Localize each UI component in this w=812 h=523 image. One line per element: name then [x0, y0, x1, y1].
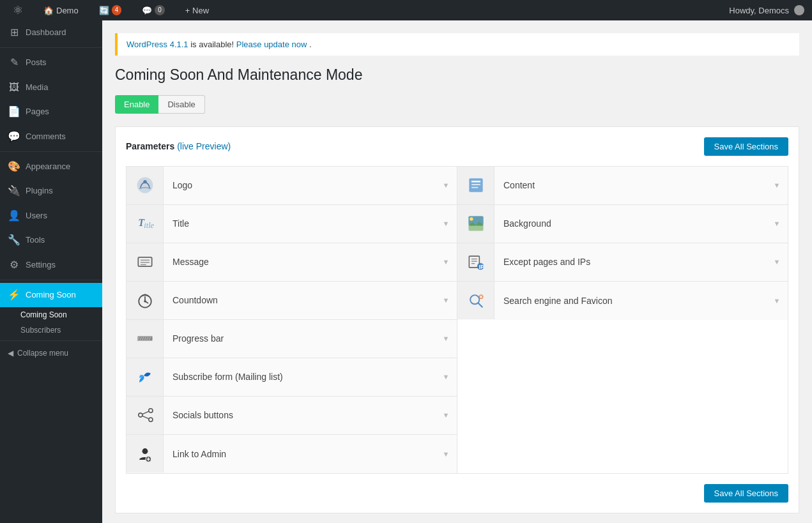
tools-icon: 🔧	[8, 233, 20, 247]
new-content-label: + New	[185, 6, 209, 15]
sidebar-item-label: Tools	[26, 234, 45, 246]
title-icon-box: T itle	[126, 205, 164, 243]
countdown-icon-box	[126, 282, 164, 319]
new-content-item[interactable]: + New	[180, 0, 214, 20]
sidebar-item-dashboard[interactable]: ⊞ Dashboard	[0, 20, 102, 45]
svg-point-13	[144, 300, 146, 303]
updates-icon: 🔄	[99, 6, 109, 15]
exceptpages-icon-box: IP	[457, 243, 494, 281]
please-update-link[interactable]: Please update now	[236, 40, 307, 49]
pages-icon: 📄	[8, 105, 20, 119]
logo-icon-box	[126, 167, 164, 204]
svg-text:IP: IP	[479, 264, 484, 270]
section-title[interactable]: T itle Title ▼	[126, 205, 457, 243]
admin-bar: ⚛ 🏠 Demo 🔄 4 💬 0 + New Howdy, Democs	[0, 0, 812, 20]
svg-line-24	[142, 412, 148, 414]
title-icon: T itle	[135, 213, 155, 234]
sidebar-item-settings[interactable]: ⚙ Settings	[0, 253, 102, 277]
save-all-sections-button-bottom[interactable]: Save All Sections	[704, 484, 788, 503]
svg-line-44	[478, 303, 482, 307]
sidebar-item-posts[interactable]: ✎ Posts	[0, 50, 102, 75]
live-preview-link[interactable]: (live Preview)	[177, 141, 231, 151]
background-icon-box	[457, 205, 494, 243]
exceptpages-chevron: ▼	[766, 258, 788, 266]
svg-line-25	[142, 416, 148, 419]
settings-icon: ⚙	[8, 258, 20, 272]
section-progress-bar[interactable]: Progress bar ▼	[126, 320, 457, 358]
sidebar-item-pages[interactable]: 📄 Pages	[0, 100, 102, 124]
sidebar-item-media[interactable]: 🖼 Media	[0, 75, 102, 100]
sidebar-item-comments[interactable]: 💬 Comments	[0, 125, 102, 149]
comments-item[interactable]: 💬 0	[137, 0, 170, 20]
section-subscribe-form[interactable]: Subscribe form (Mailing list) ▼	[126, 358, 457, 397]
svg-point-21	[148, 409, 152, 413]
title-chevron: ▼	[435, 220, 457, 227]
message-chevron: ▼	[435, 258, 457, 266]
enable-button[interactable]: Enable	[115, 95, 158, 114]
comments-count: 0	[155, 5, 165, 15]
section-countdown[interactable]: Countdown ▼	[126, 282, 457, 320]
background-icon	[466, 213, 486, 234]
section-background[interactable]: Background ▼	[457, 205, 788, 243]
posts-icon: ✎	[8, 56, 20, 70]
subscribe-chevron: ▼	[435, 373, 457, 381]
site-name-label: Demo	[56, 6, 79, 15]
sidebar-subitem-subscribers[interactable]: Subscribers	[0, 322, 102, 338]
subscribe-icon	[135, 367, 155, 387]
wordpress-version-link[interactable]: WordPress 4.1.1	[126, 40, 188, 49]
page-title: Coming Soon And Maintenance Mode	[115, 66, 799, 85]
background-chevron: ▼	[766, 220, 788, 227]
socials-section-label: Socials buttons	[164, 410, 435, 420]
sidebar-item-tools[interactable]: 🔧 Tools	[0, 228, 102, 252]
params-header: Parameters (live Preview) Save All Secti…	[126, 137, 788, 156]
sidebar-item-coming-soon[interactable]: ⚡ Coming Soon	[0, 283, 102, 307]
section-search-engine[interactable]: Search engine and Favicon ▼	[457, 282, 788, 320]
countdown-icon	[135, 290, 155, 310]
message-section-label: Message	[164, 257, 435, 267]
sidebar-item-plugins[interactable]: 🔌 Plugins	[0, 179, 102, 203]
content-section-label: Content	[494, 180, 766, 190]
users-icon: 👤	[8, 209, 20, 223]
section-link-to-admin[interactable]: Link to Admin ▼	[126, 435, 457, 473]
params-title: Parameters (live Preview)	[126, 141, 231, 151]
collapse-icon: ◀	[8, 349, 13, 358]
parameters-box: Parameters (live Preview) Save All Secti…	[115, 126, 799, 513]
searchengine-section-label: Search engine and Favicon	[494, 296, 766, 306]
sidebar-item-appearance[interactable]: 🎨 Appearance	[0, 155, 102, 179]
countdown-section-label: Countdown	[164, 295, 435, 305]
searchengine-chevron: ▼	[766, 297, 788, 305]
sidebar-subitem-coming-soon[interactable]: Coming Soon	[0, 307, 102, 322]
title-section-label: Title	[164, 218, 435, 229]
message-icon	[135, 252, 155, 272]
updates-item[interactable]: 🔄 4	[94, 0, 127, 20]
section-except-pages[interactable]: IP Except pages and IPs ▼	[457, 243, 788, 282]
message-icon-box	[126, 243, 164, 281]
menu-separator-3	[0, 280, 102, 280]
wp-logo[interactable]: ⚛	[8, 0, 28, 20]
menu-separator-2	[0, 151, 102, 152]
collapse-menu-button[interactable]: ◀ Collapse menu	[0, 344, 102, 363]
svg-rect-33	[471, 187, 478, 188]
submenu-label: Coming Soon	[20, 310, 67, 319]
progressbar-section-label: Progress bar	[164, 333, 435, 344]
params-label: Parameters	[126, 141, 174, 151]
svg-text:itle: itle	[144, 222, 154, 231]
section-message[interactable]: Message ▼	[126, 243, 457, 282]
section-logo[interactable]: Logo ▼	[126, 167, 457, 205]
disable-button[interactable]: Disable	[158, 95, 204, 114]
socials-chevron: ▼	[435, 411, 457, 419]
save-all-sections-button-top[interactable]: Save All Sections	[704, 137, 788, 156]
section-socials[interactable]: Socials buttons ▼	[126, 397, 457, 435]
searchengine-icon-box	[457, 282, 494, 319]
content-icon-box	[457, 167, 494, 204]
sidebar-item-users[interactable]: 👤 Users	[0, 204, 102, 228]
svg-rect-31	[471, 181, 480, 183]
media-icon: 🖼	[8, 80, 20, 95]
sidebar-item-label: Posts	[26, 57, 47, 68]
socials-icon-box	[126, 397, 164, 434]
svg-point-36	[470, 218, 473, 221]
site-name[interactable]: 🏠 Demo	[38, 0, 84, 20]
section-content[interactable]: Content ▼	[457, 167, 788, 205]
sidebar-item-label: Comments	[26, 131, 66, 142]
sidebar-item-label: Coming Soon	[26, 289, 76, 301]
